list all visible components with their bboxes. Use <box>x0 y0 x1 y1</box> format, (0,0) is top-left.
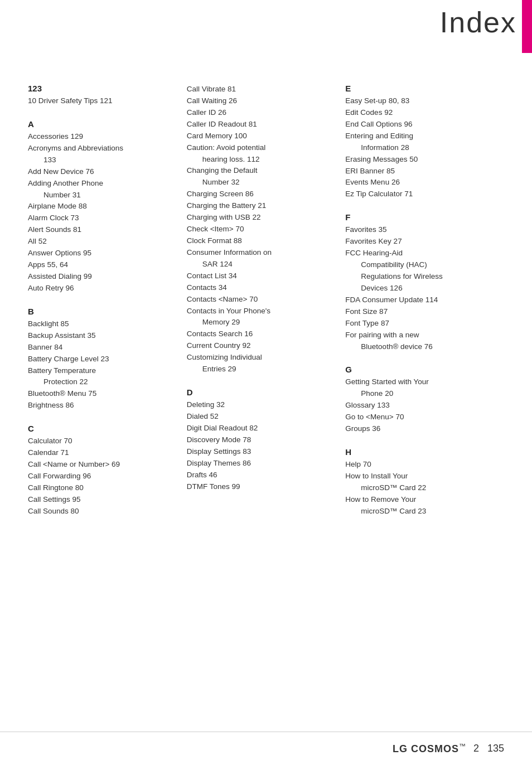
index-entry: Calculator 70 <box>28 435 176 447</box>
index-entry: Answer Options 95 <box>28 248 176 259</box>
index-entry: Events Menu 26 <box>345 177 493 188</box>
index-entry-indented: 133 <box>28 154 176 166</box>
index-entry: Add New Device 76 <box>28 166 176 178</box>
index-entry: Font Type 87 <box>345 318 493 330</box>
index-entry: Charging the Battery 21 <box>187 200 335 212</box>
index-entry-indented: hearing loss. 112 <box>187 154 335 166</box>
index-entry: Erasing Messages 50 <box>345 154 493 166</box>
index-entry: Call Waiting 26 <box>187 95 335 107</box>
index-entry: Deleting 32 <box>187 399 335 411</box>
index-entry: DTMF Tones 99 <box>187 481 335 493</box>
footer: LG COSMOS™ 2 135 <box>0 732 532 765</box>
index-section: BBacklight 85Backup Assistant 35Banner 8… <box>28 307 176 411</box>
index-entry: Call Sounds 80 <box>28 506 176 517</box>
index-entry: Discovery Mode 78 <box>187 434 335 446</box>
index-entry: Current Country 92 <box>187 340 335 352</box>
section-letter: B <box>28 307 176 316</box>
index-entry: FDA Consumer Update 114 <box>345 294 493 306</box>
index-entry: End Call Options 96 <box>345 119 493 130</box>
index-entry-indented: SAR 124 <box>187 259 335 270</box>
index-entry: Charging with USB 22 <box>187 212 335 224</box>
index-entry: Acronyms and Abbreviations <box>28 143 176 154</box>
section-letter: E <box>345 84 493 93</box>
index-entry: How to Install Your <box>345 471 493 482</box>
index-section: AAccessories 129Acronyms and Abbreviatio… <box>28 119 176 294</box>
index-entry-indented: Memory 29 <box>187 317 335 328</box>
index-entry: Digit Dial Readout 82 <box>187 423 335 434</box>
content-area: 12310 Driver Safety Tips 121AAccessories… <box>28 84 504 530</box>
index-entry: Clock Format 88 <box>187 235 335 247</box>
index-entry-indented: Regulations for Wireless <box>345 271 493 283</box>
index-entry-indented: Entries 29 <box>187 364 335 375</box>
index-entry: Brightness 86 <box>28 400 176 411</box>
index-entry: Alert Sounds 81 <box>28 224 176 236</box>
index-entry: Entering and Editing <box>345 130 493 142</box>
index-entry: Auto Retry 96 <box>28 283 176 294</box>
index-entry: Adding Another Phone <box>28 178 176 190</box>
index-entry: Go to <Menu> 70 <box>345 411 493 423</box>
index-entry: Calendar 71 <box>28 447 176 459</box>
trademark-symbol: ™ <box>459 742 466 750</box>
index-entry: Charging Screen 86 <box>187 188 335 200</box>
index-entry: Getting Started with Your <box>345 376 493 388</box>
index-entry: Contacts in Your Phone's <box>187 306 335 317</box>
index-section: GGetting Started with YourPhone 20Glossa… <box>345 365 493 435</box>
index-entry: For pairing with a new <box>345 330 493 341</box>
index-entry: Display Settings 83 <box>187 446 335 458</box>
index-entry: Font Size 87 <box>345 306 493 318</box>
index-entry: Caller ID 26 <box>187 107 335 119</box>
page-container: Index 12310 Driver Safety Tips 121AAcces… <box>0 0 532 765</box>
section-letter: G <box>345 365 493 374</box>
index-entry: Ez Tip Calculator 71 <box>345 188 493 200</box>
index-entry: Favorites Key 27 <box>345 236 493 248</box>
index-entry: Caution: Avoid potential <box>187 142 335 154</box>
index-entry: Accessories 129 <box>28 131 176 143</box>
index-entry: Card Memory 100 <box>187 130 335 142</box>
index-section: FFavorites 35Favorites Key 27FCC Hearing… <box>345 212 493 352</box>
index-entry: FCC Hearing-Aid <box>345 248 493 259</box>
index-section: EEasy Set-up 80, 83Edit Codes 92End Call… <box>345 84 493 200</box>
index-entry: Airplane Mode 88 <box>28 201 176 212</box>
index-entry: ERI Banner 85 <box>345 166 493 177</box>
index-section: 12310 Driver Safety Tips 121 <box>28 84 176 107</box>
index-entry: Call Forwarding 96 <box>28 471 176 482</box>
index-entry: Consumer Information on <box>187 247 335 259</box>
index-entry: Banner 84 <box>28 342 176 354</box>
column-3: EEasy Set-up 80, 83Edit Codes 92End Call… <box>345 84 504 530</box>
index-entry: Call Vibrate 81 <box>187 84 335 95</box>
index-entry-indented: Protection 22 <box>28 376 176 388</box>
index-entry: Drafts 46 <box>187 469 335 481</box>
index-entry: Contacts 34 <box>187 282 335 294</box>
index-entry: Alarm Clock 73 <box>28 212 176 224</box>
header-area: Index <box>440 0 532 53</box>
index-entry: Easy Set-up 80, 83 <box>345 95 493 107</box>
index-entry-indented: Compatibility (HAC) <box>345 259 493 271</box>
footer-model-page: 2 135 <box>471 743 504 754</box>
index-entry: Caller ID Readout 81 <box>187 119 335 130</box>
index-entry: All 52 <box>28 236 176 248</box>
section-letter: C <box>28 424 176 433</box>
index-entry: Dialed 52 <box>187 411 335 423</box>
index-section: CCalculator 70Calendar 71Call <Name or N… <box>28 424 176 517</box>
section-letter: 123 <box>28 84 176 93</box>
index-entry: Contact List 34 <box>187 270 335 282</box>
index-entry: Contacts <Name> 70 <box>187 294 335 306</box>
index-entry-indented: Phone 20 <box>345 388 493 400</box>
section-letter: F <box>345 212 493 222</box>
index-entry: Glossary 133 <box>345 400 493 411</box>
column-1: 12310 Driver Safety Tips 121AAccessories… <box>28 84 187 530</box>
index-entry: Check <Item> 70 <box>187 224 335 235</box>
index-section: HHelp 70How to Install YourmicroSD™ Card… <box>345 447 493 517</box>
index-entry: Favorites 35 <box>345 224 493 236</box>
index-entry-indented: Number 31 <box>28 190 176 201</box>
column-2: Call Vibrate 81Call Waiting 26Caller ID … <box>187 84 346 530</box>
section-letter: A <box>28 119 176 129</box>
index-entry-indented: Information 28 <box>345 142 493 154</box>
index-entry-indented: Bluetooth® device 76 <box>345 341 493 353</box>
index-entry: Battery Temperature <box>28 365 176 377</box>
index-entry: How to Remove Your <box>345 494 493 506</box>
section-letter: D <box>187 388 335 397</box>
index-entry: Call Settings 95 <box>28 494 176 506</box>
index-entry: Call <Name or Number> 69 <box>28 459 176 471</box>
index-entry: Display Themes 86 <box>187 458 335 469</box>
